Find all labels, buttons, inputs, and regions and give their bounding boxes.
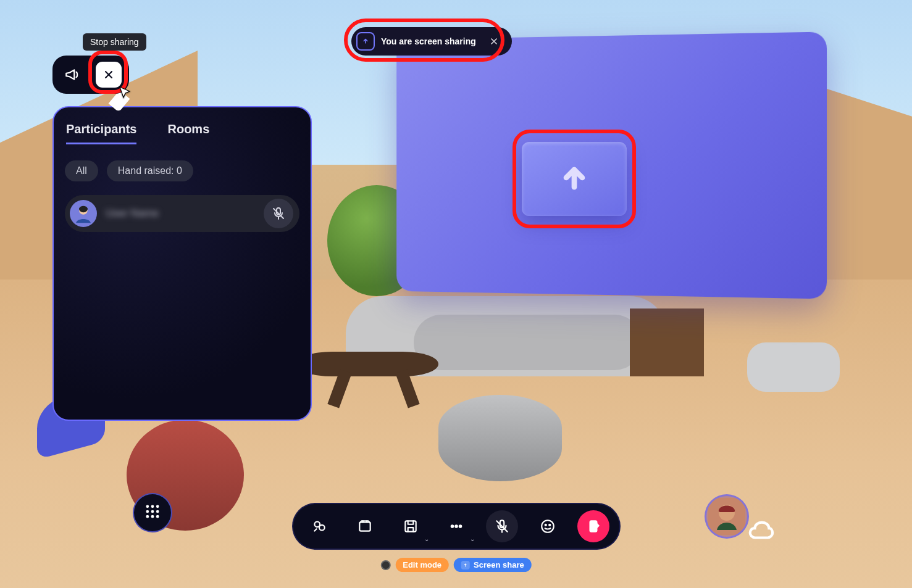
svg-point-9 (156, 515, 159, 518)
arrow-up-icon (461, 561, 470, 569)
chevron-down-icon: ⌄ (470, 536, 475, 542)
screen-share-badge[interactable]: Screen share (454, 558, 532, 572)
participant-name: User Name (106, 207, 264, 220)
edit-mode-badge[interactable]: Edit mode (395, 558, 449, 572)
stage-cushion (747, 342, 840, 392)
stage-table (296, 352, 438, 376)
svg-point-7 (146, 515, 149, 518)
grid-icon (144, 503, 161, 523)
arrow-up-icon (558, 162, 590, 196)
svg-point-14 (451, 525, 453, 527)
app-grid-button[interactable] (133, 493, 172, 532)
save-button[interactable]: ⌄ (395, 510, 427, 542)
effects-button[interactable] (303, 510, 335, 542)
edit-mode-label: Edit mode (403, 560, 441, 569)
mode-badges: Edit mode Screen share (380, 558, 532, 572)
virtual-room-scene: You are screen sharing Stop sharing Part… (0, 0, 912, 588)
chevron-down-icon: ⌄ (424, 536, 429, 542)
svg-point-17 (542, 520, 554, 532)
leave-call-button[interactable] (577, 510, 609, 542)
svg-point-6 (156, 510, 159, 513)
svg-rect-12 (359, 523, 370, 531)
participants-panel: Participants Rooms All Hand raised: 0 Us… (52, 106, 312, 421)
sharing-status-pill: You are screen sharing (351, 27, 512, 56)
svg-point-3 (156, 505, 159, 508)
svg-point-1 (146, 505, 149, 508)
svg-point-18 (545, 524, 546, 526)
participant-mic-off-button[interactable] (264, 199, 293, 228)
cursor-icon (117, 85, 132, 100)
stop-sharing-button[interactable] (96, 62, 122, 88)
screen-share-label: Screen share (474, 560, 524, 569)
svg-point-11 (319, 525, 325, 531)
dismiss-status-button[interactable] (485, 32, 503, 51)
tab-rooms[interactable]: Rooms (167, 122, 209, 144)
microphone-toggle-button[interactable] (486, 510, 518, 542)
profile-avatar-button[interactable] (705, 494, 749, 539)
status-dot-icon (380, 560, 390, 570)
participant-avatar-icon (70, 200, 97, 227)
svg-point-16 (459, 525, 461, 527)
screen-share-icon (356, 32, 375, 51)
svg-point-21 (592, 529, 594, 531)
participant-row[interactable]: User Name (65, 195, 299, 232)
stage-couch-inner (414, 315, 642, 370)
svg-point-19 (549, 524, 550, 526)
sharing-status-text: You are screen sharing (381, 36, 476, 46)
svg-point-2 (151, 505, 154, 508)
svg-point-15 (455, 525, 457, 527)
scene-button[interactable] (349, 510, 381, 542)
svg-point-4 (146, 510, 149, 513)
stage-side-table (630, 308, 704, 376)
share-upload-tile[interactable] (522, 142, 627, 216)
tab-participants[interactable]: Participants (66, 122, 136, 144)
reactions-button[interactable] (532, 510, 564, 542)
svg-point-8 (151, 515, 154, 518)
chat-bubble-icon[interactable] (747, 516, 775, 547)
more-options-button[interactable]: ⌄ (440, 510, 472, 542)
svg-rect-13 (405, 521, 416, 531)
svg-point-5 (151, 510, 154, 513)
filter-hand-raised-chip[interactable]: Hand raised: 0 (107, 160, 193, 181)
filter-all-chip[interactable]: All (65, 160, 98, 181)
megaphone-button[interactable] (60, 62, 85, 87)
stage-ottoman (438, 395, 562, 481)
stop-sharing-tooltip: Stop sharing (83, 33, 146, 51)
meeting-toolbar: ⌄ ⌄ (292, 503, 621, 550)
